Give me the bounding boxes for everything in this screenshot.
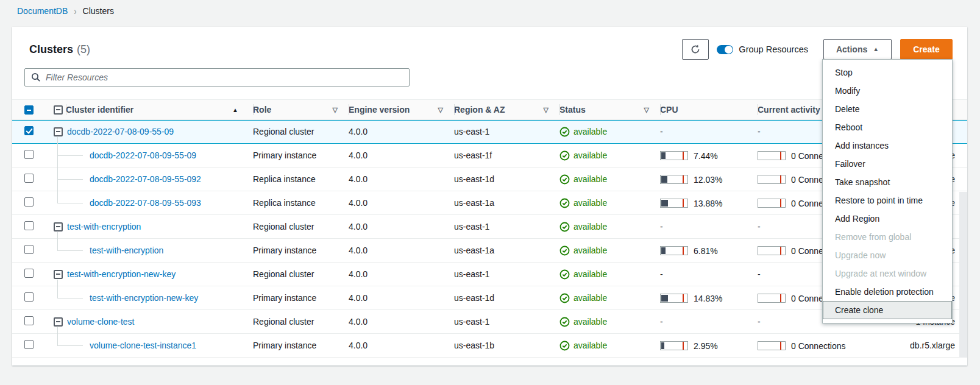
tree-connector <box>57 232 58 239</box>
column-filter-icon[interactable]: ▽ <box>438 106 443 114</box>
row-checkbox[interactable] <box>24 292 34 302</box>
column-header-cluster-identifier[interactable]: Cluster identifier▲ <box>66 100 253 119</box>
collapse-row-icon[interactable] <box>54 317 63 327</box>
cluster-identifier-link[interactable]: docdb-2022-07-08-09-55-09 <box>90 150 196 160</box>
menu-item-enable-deletion-protection[interactable]: Enable deletion protection <box>823 283 952 301</box>
column-header-cpu[interactable]: CPU <box>660 100 758 119</box>
current-activity-cell: 0 Connections <box>758 340 865 350</box>
status-label: available <box>573 174 607 184</box>
table-row[interactable]: volume-clone-test-instance1 Primary inst… <box>12 334 967 358</box>
status-cell: available <box>559 127 660 137</box>
status-cell: available <box>559 222 660 232</box>
column-label: Region & AZ <box>454 105 505 115</box>
menu-item-restore-to-point-in-time[interactable]: Restore to point in time <box>823 191 952 210</box>
engine-version-cell: 4.0.0 <box>349 198 454 208</box>
row-checkbox[interactable] <box>24 126 34 135</box>
menu-item-remove-from-global: Remove from global <box>823 228 952 246</box>
cluster-identifier-link[interactable]: test-with-encryption-new-key <box>90 293 198 303</box>
toggle-knob <box>725 46 733 54</box>
cluster-identifier-link[interactable]: docdb-2022-07-08-09-55-093 <box>90 198 201 208</box>
status-label: available <box>573 317 607 327</box>
column-header-engine-version[interactable]: Engine version▽ <box>349 100 454 119</box>
column-header-status[interactable]: Status▽ <box>559 100 660 119</box>
cluster-identifier-link[interactable]: test-with-encryption <box>67 222 141 231</box>
cpu-cell: 6.81% <box>660 245 758 255</box>
status-cell: available <box>559 174 660 185</box>
menu-item-failover[interactable]: Failover <box>823 155 952 173</box>
actions-dropdown-menu: StopModifyDeleteRebootAdd instancesFailo… <box>822 59 953 323</box>
menu-item-stop[interactable]: Stop <box>823 63 952 82</box>
size-cell: db.r5.xlarge <box>865 341 967 350</box>
column-label: Engine version <box>349 105 410 115</box>
caret-up-icon: ▲ <box>873 46 879 52</box>
collapse-all-icon[interactable] <box>54 105 63 115</box>
menu-item-add-instances[interactable]: Add instances <box>823 136 952 155</box>
menu-item-modify[interactable]: Modify <box>823 82 952 100</box>
available-check-icon <box>559 245 570 256</box>
region-az-cell: us-east-1 <box>454 317 559 327</box>
row-checkbox[interactable] <box>24 221 34 230</box>
filter-resources-input[interactable] <box>46 72 403 82</box>
row-checkbox[interactable] <box>24 197 34 207</box>
metric-gauge <box>660 199 688 208</box>
collapse-row-icon[interactable] <box>54 270 63 279</box>
role-cell: Primary instance <box>253 293 349 303</box>
cpu-cell: - <box>660 317 758 327</box>
header-controls: Group Resources Actions ▲ Create <box>682 39 953 60</box>
collapse-row-icon[interactable] <box>54 222 63 231</box>
cluster-identifier-link[interactable]: docdb-2022-07-08-09-55-092 <box>90 174 201 184</box>
cpu-cell: - <box>660 222 758 231</box>
metric-gauge <box>758 175 786 184</box>
cpu-cell: - <box>660 269 758 279</box>
tree-connector <box>57 239 58 251</box>
sort-ascending-icon[interactable]: ▲ <box>232 107 238 113</box>
row-checkbox[interactable] <box>24 269 34 278</box>
column-filter-icon[interactable]: ▽ <box>644 106 649 114</box>
cluster-identifier-link[interactable]: test-with-encryption <box>90 245 163 255</box>
menu-item-delete[interactable]: Delete <box>823 100 952 118</box>
menu-item-take-snapshot[interactable]: Take snapshot <box>823 173 952 191</box>
row-checkbox[interactable] <box>24 340 34 349</box>
collapse-row-icon[interactable] <box>54 127 63 136</box>
create-button[interactable]: Create <box>900 39 953 60</box>
metric-gauge <box>758 151 786 160</box>
available-check-icon <box>559 293 570 303</box>
refresh-button[interactable] <box>682 39 709 60</box>
role-cell: Replica instance <box>253 174 349 184</box>
vertical-scrollbar[interactable] <box>959 192 967 358</box>
cpu-cell: 7.44% <box>660 150 758 160</box>
column-filter-icon[interactable]: ▽ <box>544 106 549 114</box>
cluster-identifier-link[interactable]: docdb-2022-07-08-09-55-09 <box>67 127 174 136</box>
cluster-identifier-link[interactable]: test-with-encryption-new-key <box>67 269 176 279</box>
row-checkbox[interactable] <box>24 174 34 183</box>
column-filter-icon[interactable]: ▽ <box>333 106 338 114</box>
available-check-icon <box>559 222 570 232</box>
cpu-cell: 13.88% <box>660 197 758 208</box>
row-checkbox[interactable] <box>24 245 34 254</box>
menu-item-add-region[interactable]: Add Region <box>823 210 952 228</box>
actions-button[interactable]: Actions ▲ <box>823 39 892 60</box>
role-cell: Replica instance <box>253 198 349 208</box>
breadcrumb-documentdb-link[interactable]: DocumentDB <box>17 6 68 16</box>
engine-version-cell: 4.0.0 <box>349 222 454 231</box>
cluster-identifier-link[interactable]: volume-clone-test-instance1 <box>90 341 196 350</box>
column-header-role[interactable]: Role▽ <box>253 100 349 119</box>
select-all-checkbox[interactable] <box>24 105 34 115</box>
gauge-threshold-tick <box>780 294 781 302</box>
cpu-cell: 12.03% <box>660 174 758 184</box>
menu-item-reboot[interactable]: Reboot <box>823 118 952 136</box>
row-checkbox[interactable] <box>24 150 34 159</box>
group-resources-toggle[interactable] <box>717 45 733 54</box>
gauge-threshold-tick <box>683 342 684 350</box>
available-check-icon <box>559 269 570 280</box>
column-header-region-az[interactable]: Region & AZ▽ <box>454 100 559 119</box>
status-label: available <box>573 269 607 279</box>
cluster-identifier-link[interactable]: volume-clone-test <box>67 317 135 327</box>
menu-item-create-clone[interactable]: Create clone <box>823 301 952 319</box>
metric-gauge <box>660 151 688 160</box>
status-label: available <box>573 293 607 303</box>
row-checkbox[interactable] <box>24 316 34 325</box>
tree-connector <box>57 286 58 298</box>
region-az-cell: us-east-1 <box>454 127 559 136</box>
gauge-threshold-tick <box>683 152 684 160</box>
